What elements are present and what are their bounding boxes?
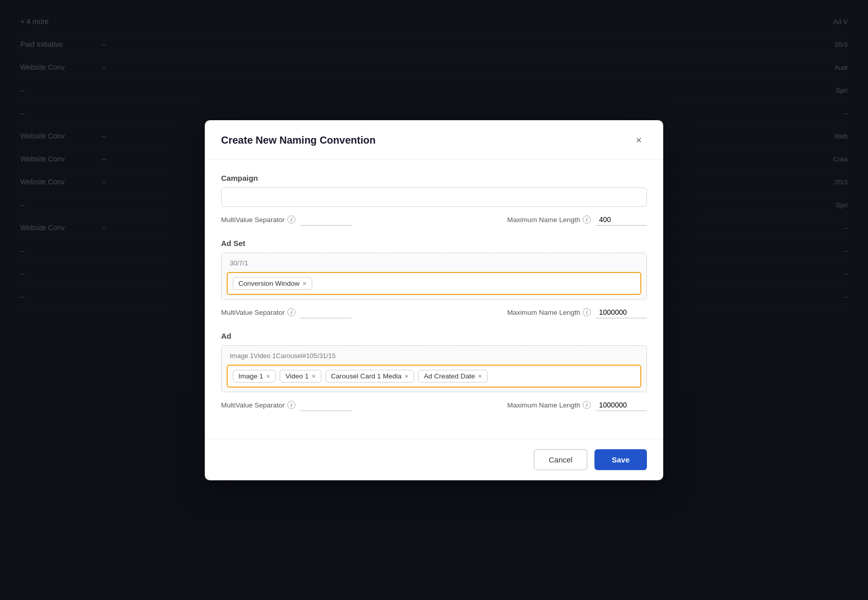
adset-maxlength-label: Maximum Name Length i xyxy=(507,308,591,316)
campaign-section-label: Campaign xyxy=(221,174,647,182)
ad-tag-image1-label: Image 1 xyxy=(238,372,263,380)
adset-tag-remove-button[interactable]: × xyxy=(303,280,307,287)
ad-drop-area[interactable]: Image 1Video 1Carousel#105/31/15 Image 1… xyxy=(221,345,647,392)
modal-footer: Cancel Save xyxy=(205,439,663,480)
ad-section-label: Ad xyxy=(221,332,647,340)
adset-drop-area[interactable]: 30/7/1 Conversion Window × xyxy=(221,253,647,299)
ad-multivalue-input[interactable] xyxy=(301,399,351,411)
ad-multivalue-info-icon: i xyxy=(287,401,295,409)
adset-maxlength-input[interactable] xyxy=(596,307,647,318)
ad-tag-created-date-remove-button[interactable]: × xyxy=(478,373,482,379)
campaign-input[interactable] xyxy=(221,187,647,207)
ad-tag-video1-label: Video 1 xyxy=(285,372,309,380)
ad-maxlength-label: Maximum Name Length i xyxy=(507,401,591,409)
ad-tag-area: Image 1 × Video 1 × Carousel Card 1 Medi… xyxy=(227,365,641,388)
adset-tag-area: Conversion Window × xyxy=(227,272,641,295)
campaign-meta-row: MultiValue Separator i Maximum Name Leng… xyxy=(221,214,647,226)
modal-dialog: Create New Naming Convention × Campaign … xyxy=(205,120,663,480)
adset-multivalue-input[interactable] xyxy=(301,307,351,318)
ad-tag-created-date: Ad Created Date × xyxy=(418,370,487,383)
campaign-multivalue-label: MultiValue Separator i xyxy=(221,215,295,224)
adset-section-label: Ad Set xyxy=(221,239,647,248)
ad-tag-created-date-label: Ad Created Date xyxy=(424,372,475,380)
campaign-maxlength-label: Maximum Name Length i xyxy=(507,215,591,224)
adset-section: Ad Set 30/7/1 Conversion Window × MultiV… xyxy=(221,239,647,318)
campaign-multivalue-info-icon: i xyxy=(287,215,295,224)
campaign-maxlength-input[interactable] xyxy=(596,214,647,226)
campaign-multivalue-input[interactable] xyxy=(301,214,351,226)
ad-tag-video1: Video 1 × xyxy=(280,370,321,383)
adset-tag-conversion-window: Conversion Window × xyxy=(233,277,312,290)
ad-section: Ad Image 1Video 1Carousel#105/31/15 Imag… xyxy=(221,332,647,411)
cancel-button[interactable]: Cancel xyxy=(534,449,587,470)
ad-tag-image1-remove-button[interactable]: × xyxy=(266,373,270,379)
adset-meta-row: MultiValue Separator i Maximum Name Leng… xyxy=(221,307,647,318)
ad-multivalue-label: MultiValue Separator i xyxy=(221,401,295,409)
ad-tag-carousel-media-label: Carousel Card 1 Media xyxy=(331,372,402,380)
ad-meta-row: MultiValue Separator i Maximum Name Leng… xyxy=(221,399,647,411)
save-button[interactable]: Save xyxy=(594,449,647,470)
modal-overlay: Create New Naming Convention × Campaign … xyxy=(0,0,868,600)
ad-tag-video1-remove-button[interactable]: × xyxy=(312,373,316,379)
modal-title: Create New Naming Convention xyxy=(221,134,375,146)
adset-maxlength-info-icon: i xyxy=(583,308,591,316)
ad-preview-text: Image 1Video 1Carousel#105/31/15 xyxy=(227,350,641,362)
campaign-maxlength-info-icon: i xyxy=(583,215,591,224)
ad-maxlength-info-icon: i xyxy=(583,401,591,409)
modal-header: Create New Naming Convention × xyxy=(205,120,663,159)
ad-tag-carousel-media: Carousel Card 1 Media × xyxy=(326,370,414,383)
adset-preview-text: 30/7/1 xyxy=(227,257,641,269)
adset-multivalue-label: MultiValue Separator i xyxy=(221,308,295,316)
ad-tag-carousel-media-remove-button[interactable]: × xyxy=(404,373,409,379)
ad-maxlength-input[interactable] xyxy=(596,399,647,411)
adset-tag-label: Conversion Window xyxy=(238,280,300,287)
ad-tag-image1: Image 1 × xyxy=(233,370,276,383)
adset-multivalue-info-icon: i xyxy=(287,308,295,316)
close-button[interactable]: × xyxy=(631,132,647,149)
campaign-section: Campaign MultiValue Separator i Maximum … xyxy=(221,174,647,226)
modal-body: Campaign MultiValue Separator i Maximum … xyxy=(205,159,663,439)
